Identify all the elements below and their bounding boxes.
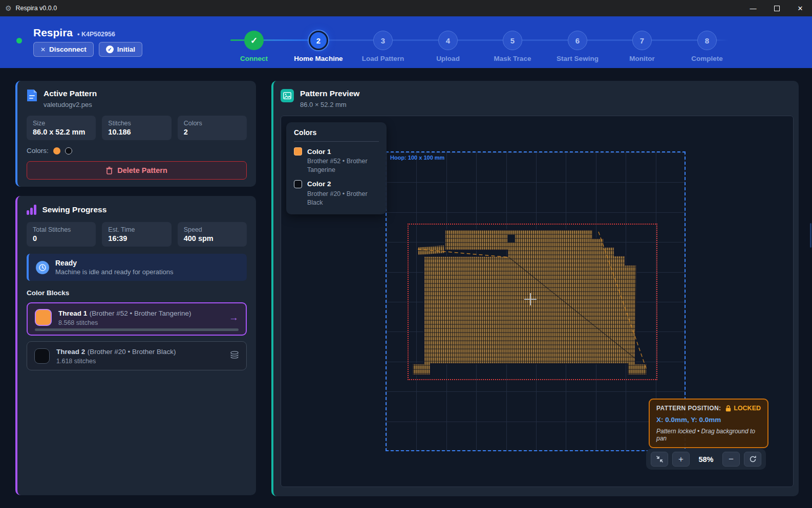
app-icon: ⚙ [5,4,12,12]
reset-view-button[interactable] [744,452,761,467]
step-mask-trace[interactable]: 5 Mask Trace [479,31,546,62]
color-dot-orange [53,147,60,154]
stat-size: Size 86.0 x 52.2 mm [27,116,96,140]
stat-speed: Speed 400 spm [178,222,247,247]
zoom-level: 58% [694,455,718,463]
layers-icon [230,351,239,361]
legend-item-color-1: Color 1 Brother #52 • Brother Tangerine [294,147,379,174]
fit-to-screen-icon [656,455,664,463]
position-hint: Pattern locked • Drag background to pan [656,428,761,442]
step-upload[interactable]: 4 Upload [415,31,481,62]
app-window: ⚙ Respira v0.0.0 — ✕ Respira • K4P502956… [0,0,812,508]
pattern-bounding-box [408,224,657,380]
lock-icon [725,405,731,412]
bar-chart-icon [27,205,36,215]
window-scrollbar[interactable] [810,223,811,248]
workflow-stepper: ✓ Connect 2 Home Machine 3 Load Pattern … [0,16,812,68]
pattern-preview-card: Pattern Preview 86.0 × 52.2 mm Hoop: 100… [271,81,799,496]
image-icon [281,89,294,102]
stat-est-time: Est. Time 16:39 [102,222,171,247]
fit-to-screen-button[interactable] [651,452,668,467]
status-text: Machine is idle and ready for operations [55,268,174,276]
zoom-toolbar: + 58% − [646,449,766,470]
preview-canvas[interactable]: Hoop: 100 x 100 mm [281,116,794,487]
card-title: Active Pattern [44,89,97,98]
arrow-right-icon: → [229,312,239,323]
machine-status-banner: Ready Machine is idle and ready for oper… [27,254,247,281]
thread-2-row[interactable]: Thread 2 (Brother #20 • Brother Black) 1… [27,341,247,370]
step-start-sewing[interactable]: 6 Start Sewing [544,31,611,62]
sewing-progress-card: Sewing Progress Total Stitches 0 Est. Ti… [15,196,256,495]
thread-1-row[interactable]: Thread 1 (Brother #52 • Brother Tangerin… [27,302,247,336]
zoom-in-button[interactable]: + [672,452,690,467]
position-coordinates: X: 0.0mm, Y: 0.0mm [656,416,761,424]
maximize-button[interactable] [765,0,788,16]
thread-1-swatch [35,309,52,326]
window-title: Respira v0.0.0 [16,5,57,12]
color-dot-black [65,147,72,154]
legend-title: Colors [294,128,379,142]
step-monitor[interactable]: 7 Monitor [609,31,675,62]
step-connect[interactable]: ✓ Connect [221,31,287,62]
card-title: Sewing Progress [42,205,107,214]
legend-swatch-black [294,180,302,188]
maximize-icon [774,6,780,11]
pattern-dimensions: 86.0 × 52.2 mm [300,101,359,108]
close-button[interactable]: ✕ [788,0,812,16]
locked-badge: LOCKED [725,405,761,412]
step-check-icon: ✓ [244,31,264,50]
file-icon [27,89,37,102]
hoop-label: Hoop: 100 x 100 mm [390,154,444,161]
stat-stitches: Stitches 10.186 [102,116,171,140]
colors-legend: Colors Color 1 Brother #52 • Brother Tan… [286,122,387,214]
trash-icon [106,167,113,174]
status-title: Ready [55,259,174,267]
active-pattern-card: Active Pattern valetudogv2.pes Size 86.0… [15,81,256,187]
legend-swatch-orange [294,147,302,156]
color-blocks-label: Color Blocks [27,289,247,297]
thread-1-progress-bar [35,328,239,331]
step-home-machine[interactable]: 2 Home Machine [285,31,352,62]
thread-2-swatch [34,348,50,364]
stat-colors: Colors 2 [178,116,247,140]
refresh-icon [749,455,757,463]
step-load-pattern[interactable]: 3 Load Pattern [350,31,416,62]
title-bar: ⚙ Respira v0.0.0 — ✕ [0,0,812,16]
stat-total-stitches: Total Stitches 0 [27,222,96,247]
pattern-position-overlay: PATTERN POSITION: LOCKED X: 0.0mm, Y: 0.… [649,399,768,448]
pattern-filename: valetudogv2.pes [44,101,97,108]
legend-item-color-2: Color 2 Brother #20 • Brother Black [294,180,379,207]
card-title: Pattern Preview [300,89,359,98]
colors-label: Colors: [27,147,49,154]
zoom-out-button[interactable]: − [722,452,740,467]
step-complete[interactable]: 8 Complete [674,31,740,62]
minimize-button[interactable]: — [741,0,765,16]
clock-icon [36,261,49,274]
app-header: Respira • K4P502956 ✕ Disconnect ✓ Initi… [0,16,812,68]
position-label: PATTERN POSITION: [656,405,721,412]
delete-pattern-button[interactable]: Delete Pattern [27,161,247,180]
